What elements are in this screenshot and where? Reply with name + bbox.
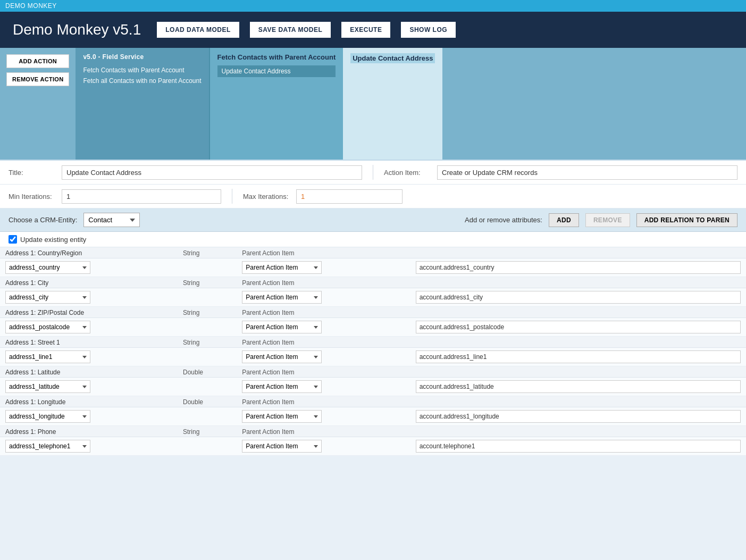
attr-source-select-1[interactable]: Parent Action Item [242, 291, 322, 304]
attr-value-input-2[interactable] [416, 321, 741, 333]
attr-label-row: Address 1: Latitude Double Parent Action… [0, 366, 746, 378]
execute-button[interactable]: EXECUTE [341, 22, 390, 38]
attr-input-row: address1_postalcodeParent Action Item [0, 318, 746, 337]
attr-input-row: address1_line1Parent Action Item [0, 348, 746, 366]
attributes-table: Address 1: Country/Region String Parent … [0, 247, 746, 456]
attr-type-cell [178, 258, 237, 277]
title-bar: DEMO MONKEY [0, 0, 746, 12]
nav-section-title: v5.0 - Field Service [83, 53, 201, 61]
nav-section: v5.0 - Field Service Fetch Contacts with… [76, 48, 208, 160]
attr-label-row: Address 1: Phone String Parent Action It… [0, 426, 746, 437]
crm-entity-select[interactable]: Contact Account Lead Opportunity [83, 213, 140, 227]
attr-source-cell: Parent Action Item [237, 258, 410, 277]
attr-field-name-cell: address1_city [0, 288, 178, 307]
app-title: Demo Monkey v5.1 [13, 21, 141, 38]
nav-sidebar: ADD ACTION REMOVE ACTION [0, 48, 76, 160]
attr-field-name-cell: address1_postalcode [0, 318, 178, 337]
max-iter-label: Max Iterations: [243, 193, 291, 200]
attr-source-cell: Parent Action Item [237, 318, 410, 337]
attr-field-label: Address 1: Street 1 [0, 337, 178, 348]
attr-value-input-4[interactable] [416, 380, 741, 393]
attributes-scroll-area[interactable]: Address 1: Country/Region String Parent … [0, 247, 746, 456]
crm-entity-label: Choose a CRM-Entity: [9, 216, 77, 224]
load-data-model-button[interactable]: LOAD DATA MODEL [157, 22, 239, 38]
attr-field-select-2[interactable]: address1_postalcode [5, 321, 90, 333]
attr-value-input-1[interactable] [416, 291, 741, 304]
attr-value-header [410, 247, 746, 258]
attr-value-cell [410, 288, 746, 307]
attr-source-header: Parent Action Item [237, 307, 410, 318]
attr-source-select-2[interactable]: Parent Action Item [242, 321, 322, 333]
attr-source-select-3[interactable]: Parent Action Item [242, 350, 322, 363]
save-data-model-button[interactable]: SAVE DATA MODEL [250, 22, 331, 38]
remove-attribute-button[interactable]: REMOVE [585, 213, 630, 227]
nav-panel: ADD ACTION REMOVE ACTION v5.0 - Field Se… [0, 48, 746, 160]
attr-label-row: Address 1: Country/Region String Parent … [0, 247, 746, 258]
attr-value-cell [410, 378, 746, 396]
action-item-label: Action Item: [384, 169, 432, 177]
attr-type-cell [178, 437, 237, 456]
nav-sub-item-update[interactable]: Update Contact Address [217, 65, 336, 77]
update-existing-checkbox[interactable] [9, 235, 17, 244]
add-action-button[interactable]: ADD ACTION [6, 54, 69, 68]
attr-type: String [178, 247, 237, 258]
checkbox-row: Update existing entity [0, 232, 746, 247]
header: Demo Monkey v5.1 LOAD DATA MODEL SAVE DA… [0, 12, 746, 48]
update-existing-label[interactable]: Update existing entity [20, 236, 86, 244]
attr-value-header [410, 426, 746, 437]
attr-value-cell [410, 348, 746, 366]
attr-field-select-1[interactable]: address1_city [5, 291, 90, 304]
attr-value-input-3[interactable] [416, 350, 741, 363]
nav-item-fetch-contacts[interactable]: Fetch Contacts with Parent Account [83, 65, 201, 76]
attr-source-select-0[interactable]: Parent Action Item [242, 261, 322, 274]
attr-type: String [178, 426, 237, 437]
remove-action-button[interactable]: REMOVE ACTION [6, 72, 69, 86]
nav-column-selected: Update Contact Address [343, 48, 442, 160]
nav-column-title: Fetch Contacts with Parent Account [217, 53, 336, 61]
attr-type-cell [178, 348, 237, 366]
max-iter-input[interactable] [296, 189, 403, 204]
attr-value-input-5[interactable] [416, 410, 741, 423]
attr-value-header [410, 396, 746, 407]
attr-field-name-cell: address1_line1 [0, 348, 178, 366]
attr-source-header: Parent Action Item [237, 277, 410, 288]
attr-field-select-0[interactable]: address1_country [5, 261, 90, 274]
attr-source-select-4[interactable]: Parent Action Item [242, 380, 322, 393]
attr-field-name-cell: address1_country [0, 258, 178, 277]
attr-label-row: Address 1: Street 1 String Parent Action… [0, 337, 746, 348]
attr-type-cell [178, 318, 237, 337]
action-item-input[interactable] [437, 165, 737, 180]
attr-value-header [410, 366, 746, 378]
attr-source-cell: Parent Action Item [237, 348, 410, 366]
title-input[interactable] [62, 165, 362, 180]
attr-source-cell: Parent Action Item [237, 437, 410, 456]
attr-field-label: Address 1: City [0, 277, 178, 288]
attr-type: Double [178, 366, 237, 378]
attr-field-label: Address 1: Longitude [0, 396, 178, 407]
attr-value-cell [410, 258, 746, 277]
attr-field-select-5[interactable]: address1_longitude [5, 410, 90, 423]
attributes-label: Add or remove attributes: [465, 216, 542, 224]
attr-field-name-cell: address1_latitude [0, 378, 178, 396]
add-relation-button[interactable]: ADD RELATION TO PAREN [636, 213, 737, 227]
attr-source-select-5[interactable]: Parent Action Item [242, 410, 322, 423]
title-label: Title: [9, 169, 56, 177]
attr-value-input-6[interactable] [416, 440, 741, 453]
attr-field-select-6[interactable]: address1_telephone1 [5, 440, 90, 453]
controls-row: Choose a CRM-Entity: Contact Account Lea… [0, 208, 746, 232]
attr-input-row: address1_cityParent Action Item [0, 288, 746, 307]
attr-source-cell: Parent Action Item [237, 407, 410, 426]
title-bar-text: DEMO MONKEY [5, 2, 57, 10]
attr-field-select-4[interactable]: address1_latitude [5, 380, 90, 393]
add-attribute-button[interactable]: ADD [549, 213, 579, 227]
attr-type-cell [178, 288, 237, 307]
show-log-button[interactable]: SHOW LOG [401, 22, 456, 38]
min-iter-input[interactable] [62, 189, 221, 204]
attr-value-cell [410, 318, 746, 337]
attr-source-select-6[interactable]: Parent Action Item [242, 440, 322, 453]
attr-value-header [410, 337, 746, 348]
nav-item-fetch-no-parent[interactable]: Fetch all Contacts with no Parent Accoun… [83, 76, 201, 86]
attr-field-select-3[interactable]: address1_line1 [5, 350, 90, 363]
attr-value-input-0[interactable] [416, 261, 741, 274]
attr-source-header: Parent Action Item [237, 426, 410, 437]
